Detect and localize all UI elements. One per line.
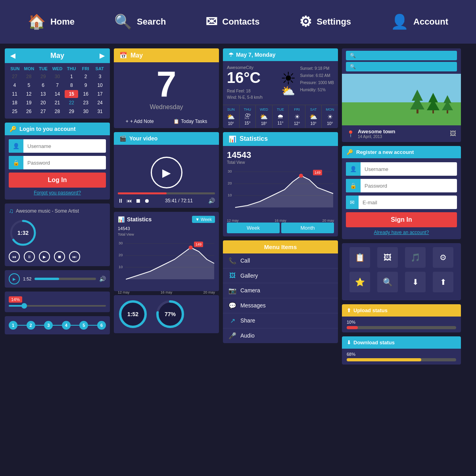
stat-small-chart: 149 30 20 10 12 may: [118, 240, 215, 287]
nav-account-label: Account: [413, 17, 448, 27]
vid-rec-btn[interactable]: ⏺: [144, 198, 150, 204]
icon-search[interactable]: 🔍: [377, 272, 398, 292]
reg-username-row: 👤: [346, 162, 457, 176]
icon-download[interactable]: ⬇: [405, 272, 426, 292]
camera-icon: 📷: [228, 287, 236, 294]
menu-item-messages[interactable]: 💬 Messages: [223, 298, 338, 313]
vid-prev-btn[interactable]: ⏮: [127, 198, 132, 204]
vp-bar[interactable]: [35, 278, 96, 280]
page-6[interactable]: 6: [97, 321, 106, 330]
settings-icon: ⚙: [299, 13, 312, 30]
music-controls: ⏮ ⏸ ▶ ⏹ ⏭: [9, 251, 106, 262]
reg-password-row: 🔒: [346, 179, 457, 192]
icon-settings[interactable]: ⚙: [433, 247, 453, 268]
music-pause-btn[interactable]: ⏸: [24, 251, 35, 262]
stat-peak-value: 149: [194, 242, 203, 247]
video-progress-bar[interactable]: [118, 192, 215, 194]
stat-large-header: 📊 Statistics: [223, 132, 338, 146]
vid-vol-icon[interactable]: 🔊: [208, 198, 215, 204]
weather-detail-right: Sunset: 9:18 PM Sunrise: 6:02 AM Pressur…: [300, 65, 334, 101]
menu-item-messages-label: Messages: [240, 302, 266, 309]
map-search-row-2[interactable]: 🔍: [346, 62, 457, 71]
circles-row: 1:52 77%: [114, 295, 219, 333]
login-button[interactable]: Log In: [9, 173, 106, 188]
vp-time: 1:52: [23, 276, 31, 281]
map-search-row-1[interactable]: 🔍: [346, 51, 457, 60]
video-progress-bar-widget: ▶ 1:52 🔊: [5, 270, 110, 288]
month-tab[interactable]: Month: [281, 223, 334, 233]
menu-item-audio-label: Audio: [240, 332, 255, 339]
nav-settings[interactable]: ⚙ Settings: [299, 13, 351, 30]
vid-stop-btn[interactable]: ⏹: [135, 198, 141, 204]
nav-contacts[interactable]: ✉ Contacts: [205, 13, 259, 30]
vid-pause-btn[interactable]: ⏸: [118, 198, 123, 204]
menu-item-camera[interactable]: 📷 Camera: [223, 283, 338, 298]
pct-label: 77%: [165, 311, 176, 317]
icon-upload[interactable]: ⬆: [433, 272, 453, 292]
reg-password-input[interactable]: [361, 180, 457, 192]
menu-item-call[interactable]: 📞 Call: [223, 253, 338, 269]
nav-account[interactable]: 👤 Account: [391, 13, 448, 30]
calendar-widget: ◀ May ▶ SUNMON TUEWED THUFRI SAT 27 28 2…: [5, 48, 110, 119]
page-4[interactable]: 4: [62, 321, 71, 330]
icon-gallery[interactable]: 🖼: [377, 247, 398, 268]
page-2[interactable]: 2: [27, 321, 35, 330]
icon-documents[interactable]: 📋: [349, 247, 370, 268]
reg-email-input[interactable]: [359, 196, 457, 209]
page-5[interactable]: 5: [79, 321, 88, 330]
date-header: 📅 May: [114, 48, 219, 62]
download-icon: ⬇: [347, 340, 351, 345]
cal-next-arrow[interactable]: ▶: [100, 52, 104, 60]
music-prev-btn[interactable]: ⏮: [9, 251, 20, 262]
nav-search[interactable]: 🔍 Search: [114, 13, 166, 30]
forgot-link[interactable]: Forgot you password?: [9, 190, 106, 196]
slider-track[interactable]: [9, 305, 106, 307]
svg-text:20: 20: [119, 253, 123, 257]
music-stop-btn[interactable]: ⏹: [54, 251, 65, 262]
music-next-btn[interactable]: ⏭: [69, 251, 80, 262]
icon-favorites[interactable]: ⭐: [349, 272, 370, 292]
vp-volume-icon[interactable]: 🔊: [99, 276, 106, 282]
password-input[interactable]: [23, 157, 106, 169]
cal-prev-arrow[interactable]: ◀: [10, 52, 15, 60]
slider-thumb[interactable]: [21, 303, 27, 309]
map-widget: 🔍 🔍: [342, 48, 461, 142]
username-input[interactable]: [23, 140, 106, 152]
menu-item-gallery[interactable]: 🖼 Gallery: [223, 269, 338, 283]
calendar-header: ◀ May ▶: [5, 48, 110, 63]
reg-username-input[interactable]: [361, 163, 457, 175]
vp-play-button[interactable]: ▶: [9, 273, 20, 284]
login-title: Login to you account: [19, 126, 76, 132]
menu-item-audio[interactable]: 🎤 Audio: [223, 328, 338, 343]
weather-header-title: ☂ May 7, Monday: [228, 52, 276, 58]
upload-label: Upload status: [353, 307, 388, 313]
menu-item-share[interactable]: ↗ Share: [223, 313, 338, 328]
calendar-month: May: [50, 52, 64, 60]
icon-music[interactable]: 🎵: [405, 247, 426, 268]
calendar-body: SUNMON TUEWED THUFRI SAT 27 28 29 30 1 2…: [5, 63, 110, 119]
music-play-btn[interactable]: ▶: [39, 251, 50, 262]
nav-home[interactable]: 🏠 Home: [28, 13, 75, 30]
login-widget: 🔑 Login to you account 👤 🔒 Log In Forgot…: [5, 123, 110, 200]
menu-item-call-label: Call: [240, 257, 250, 264]
today-tasks-btn[interactable]: 📋 Today Tasks: [173, 119, 207, 124]
page-1[interactable]: 1: [9, 321, 17, 330]
upload-bar-container: 10%: [342, 317, 461, 332]
username-row: 👤: [9, 139, 106, 153]
already-link[interactable]: Already have an account?: [346, 230, 457, 235]
svg-text:10: 10: [228, 193, 232, 197]
week-badge[interactable]: ▼ Week: [192, 216, 215, 223]
weather-temp: 16°C: [227, 70, 276, 86]
music-note-icon: ♫: [9, 207, 13, 215]
week-tab[interactable]: Week: [227, 223, 280, 233]
forecast-tue: TUE 🌧 11°: [273, 105, 289, 128]
video-progress-section: ⏸ ⏮ ⏹ ⏺ 35:41 / 72:11 🔊: [114, 192, 219, 208]
add-note-btn[interactable]: + + Add Note: [126, 119, 154, 124]
forecast-mon: MON ☀ 10°: [322, 105, 338, 128]
signin-button[interactable]: Sign In: [346, 212, 457, 227]
video-play-button[interactable]: ▶: [151, 157, 182, 188]
slider-label: 14%: [9, 296, 22, 303]
page-3[interactable]: 3: [44, 321, 53, 330]
stat-big-number: 14543: [227, 150, 334, 160]
icon-grid-widget: 📋 🖼 🎵 ⚙ ⭐ 🔍 ⬇ ⬆: [342, 243, 461, 300]
